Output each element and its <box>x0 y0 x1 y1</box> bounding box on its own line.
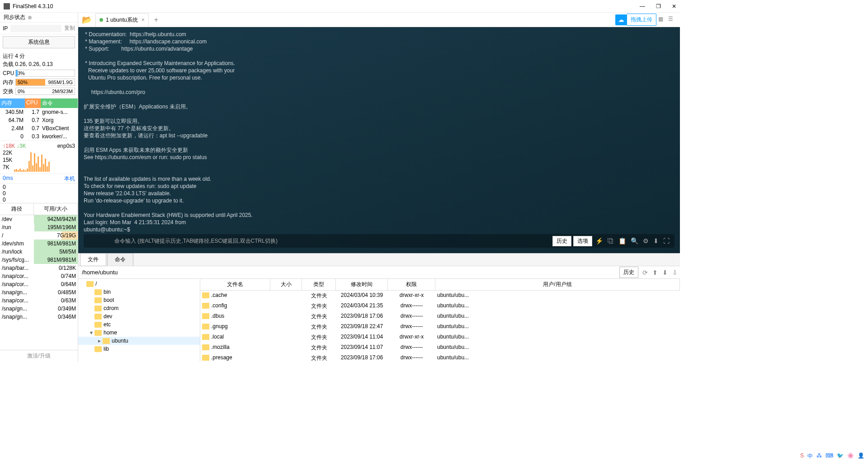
uptime: 运行 4 分 <box>3 52 75 60</box>
swap-meter: 交换0%2M/923M <box>3 87 75 95</box>
tree-node[interactable]: ▸ubuntu <box>78 337 200 345</box>
col-type[interactable]: 类型 <box>302 279 336 290</box>
path-history-button[interactable]: 历史 <box>619 267 638 278</box>
sysinfo-button[interactable]: 系统信息 <box>3 36 75 48</box>
mem-meter: 内存50%985M/1.9G <box>3 78 75 86</box>
history-button[interactable]: 历史 <box>552 236 571 246</box>
app-icon <box>4 3 10 9</box>
disk-row[interactable]: /snap/cor...0/63M <box>0 296 78 305</box>
disk-row[interactable]: /snap/gn...0/349M <box>0 305 78 313</box>
load: 负载 0.26, 0.26, 0.13 <box>3 60 75 68</box>
command-input-label: 命令输入 (按ALT键提示历史,TAB键路径,ESC键返回,双击CTRL切换) <box>114 237 278 245</box>
bottom-panel: 文件 命令 历史 ⟳ ⬆ ⬇ ⇩ /binbootcdromdevetc▾hom… <box>78 253 680 362</box>
process-row[interactable]: 340.5M1.7gnome-s... <box>0 108 78 116</box>
tab-ubuntu[interactable]: 1 ubuntu系统× <box>95 13 149 27</box>
col-size[interactable]: 大小 <box>270 279 302 290</box>
disk-row[interactable]: /run/lock5M/5M <box>0 248 78 256</box>
bolt-icon[interactable]: ⚡ <box>595 237 603 245</box>
refresh-icon[interactable]: ⟳ <box>642 269 648 276</box>
file-row[interactable]: .cache文件夹2024/03/04 10:39drwxr-xr-xubunt… <box>200 291 680 301</box>
process-table: 内存CPU命令 340.5M1.7gnome-s...64.7M0.7Xorg2… <box>0 98 78 141</box>
tree-node[interactable]: cdrom <box>78 304 200 312</box>
file-list: 文件名 大小 类型 修改时间 权限 用户/用户组 .cache文件夹2024/0… <box>200 279 680 362</box>
disk-row[interactable]: /dev942M/942M <box>0 215 78 223</box>
upload-icon[interactable]: ⬆ <box>652 269 658 276</box>
activate-link[interactable]: 激活/升级 <box>0 350 78 362</box>
col-mtime[interactable]: 修改时间 <box>336 279 388 290</box>
file-row[interactable]: .dbus文件夹2023/09/18 17:06drwx------ubuntu… <box>200 311 680 322</box>
download2-icon[interactable]: ⇩ <box>672 269 678 276</box>
upload-button[interactable]: ☁拖拽上传 <box>615 14 656 26</box>
folder-icon <box>94 314 102 320</box>
tree-node[interactable]: etc <box>78 320 200 329</box>
sync-status: 同步状态 <box>0 13 78 23</box>
folder-icon <box>103 338 110 344</box>
ip-value <box>10 25 61 32</box>
folder-icon <box>202 334 209 340</box>
disk-row[interactable]: /snap/cor...0/64M <box>0 280 78 288</box>
status-dot-icon <box>99 18 103 22</box>
path-input[interactable] <box>78 267 619 278</box>
disk-row[interactable]: /snap/bar...0/128K <box>0 264 78 272</box>
grid-view-icon[interactable]: ▦ <box>658 16 666 24</box>
folder-icon[interactable]: 📂 <box>82 15 92 25</box>
disk-row[interactable]: /snap/cor...0/74M <box>0 272 78 280</box>
file-row[interactable]: .config文件夹2024/03/04 21:35drwx------ubun… <box>200 301 680 311</box>
gear-icon[interactable]: ⚙ <box>643 237 649 245</box>
disk-row[interactable]: /snap/gn...0/485M <box>0 288 78 296</box>
col-name[interactable]: 文件名 <box>200 279 270 290</box>
folder-icon <box>94 322 102 328</box>
folder-icon <box>94 289 102 295</box>
search-icon[interactable]: 🔍 <box>631 237 638 245</box>
file-row[interactable]: .local文件夹2023/09/14 11:04drwxr-xr-xubunt… <box>200 332 680 343</box>
maximize-button[interactable]: ❐ <box>656 3 661 9</box>
sidebar: 同步状态 IP复制 系统信息 运行 4 分 负载 0.26, 0.26, 0.1… <box>0 13 78 362</box>
tab-command[interactable]: 命令 <box>107 253 133 266</box>
file-row[interactable]: .gnupg文件夹2023/09/18 22:47drwx------ubunt… <box>200 322 680 332</box>
app-title: FinalShell 4.3.10 <box>13 3 53 9</box>
tree-node[interactable]: dev <box>78 312 200 320</box>
paste-icon[interactable]: 📋 <box>618 237 626 245</box>
folder-icon <box>202 313 209 319</box>
disk-row[interactable]: /sys/fs/cg...981M/981M <box>0 256 78 264</box>
folder-icon <box>202 344 209 350</box>
options-button[interactable]: 选项 <box>573 236 592 246</box>
folder-icon <box>202 303 209 309</box>
minimize-button[interactable]: — <box>640 3 645 9</box>
file-tree[interactable]: /binbootcdromdevetc▾home▸ubuntulib <box>78 279 200 362</box>
file-row[interactable]: .mozilla文件夹2023/09/14 11:07drwx------ubu… <box>200 343 680 353</box>
titlebar: FinalShell 4.3.10 — ❐ ✕ <box>0 0 680 13</box>
folder-icon <box>94 306 102 311</box>
file-row[interactable]: .presage文件夹2023/09/18 17:06drwx------ubu… <box>200 353 680 362</box>
download-icon[interactable]: ⬇ <box>653 237 659 245</box>
process-row[interactable]: 2.4M0.7VBoxClient <box>0 124 78 132</box>
fullscreen-icon[interactable]: ⛶ <box>663 237 670 245</box>
close-button[interactable]: ✕ <box>672 3 676 9</box>
download-file-icon[interactable]: ⬇ <box>662 269 668 276</box>
disk-row[interactable]: /dev/shm981M/981M <box>0 240 78 248</box>
terminal[interactable]: * Documentation: https://help.ubuntu.com… <box>78 27 680 253</box>
copy-icon[interactable]: ⿻ <box>608 237 614 245</box>
disk-table: 路径可用/大小 /dev942M/942M/run195M/196M/7G/19… <box>0 203 78 350</box>
col-perm[interactable]: 权限 <box>388 279 435 290</box>
disk-row[interactable]: /run195M/196M <box>0 223 78 231</box>
network-panel: ↑18K ↓3Kenp0s3 22K15K7K <box>0 141 78 174</box>
ip-label: IP <box>3 25 8 32</box>
process-row[interactable]: 64.7M0.7Xorg <box>0 116 78 124</box>
tree-node[interactable]: bin <box>78 288 200 296</box>
folder-icon <box>94 346 102 352</box>
tree-node[interactable]: boot <box>78 296 200 304</box>
disk-row[interactable]: /7G/19G <box>0 231 78 240</box>
tab-close-icon[interactable]: × <box>142 17 145 23</box>
new-tab-button[interactable]: + <box>154 16 158 24</box>
process-row[interactable]: 00.3kworker/... <box>0 132 78 141</box>
disk-row[interactable]: /snap/gn...0/346M <box>0 313 78 321</box>
tree-node[interactable]: ▾home <box>78 329 200 337</box>
tree-node[interactable]: / <box>78 280 200 288</box>
folder-icon <box>202 292 209 298</box>
menu-icon[interactable]: ☰ <box>668 16 676 24</box>
tab-file[interactable]: 文件 <box>80 253 106 266</box>
copy-button[interactable]: 复制 <box>64 24 75 32</box>
col-user[interactable]: 用户/用户组 <box>435 279 680 290</box>
tree-node[interactable]: lib <box>78 345 200 353</box>
